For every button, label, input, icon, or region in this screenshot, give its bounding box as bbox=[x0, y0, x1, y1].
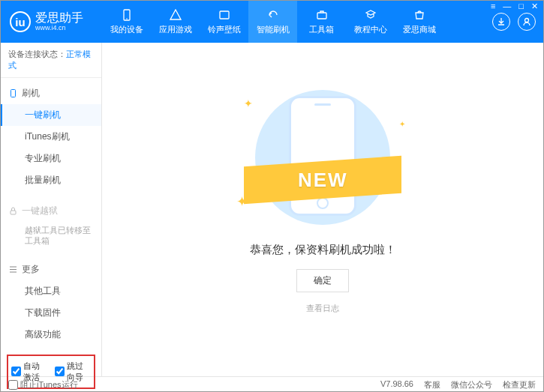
sidebar-item-advanced[interactable]: 高级功能 bbox=[1, 324, 101, 346]
apps-icon bbox=[169, 8, 182, 22]
close-btn[interactable]: ✕ bbox=[530, 1, 539, 11]
view-log-link[interactable]: 查看日志 bbox=[306, 303, 339, 314]
sidebar-head-jailbreak: 一键越狱 bbox=[1, 200, 101, 222]
sidebar-item-oneclick-flash[interactable]: 一键刷机 bbox=[1, 104, 101, 126]
settings-sys-btn[interactable]: ≡ bbox=[489, 1, 497, 11]
menu-icon bbox=[8, 265, 17, 274]
svg-rect-3 bbox=[317, 13, 326, 19]
nav-label: 铃声壁纸 bbox=[208, 24, 241, 35]
phone-icon bbox=[8, 89, 17, 98]
check-update-link[interactable]: 检查更新 bbox=[503, 379, 536, 391]
maximize-btn[interactable]: □ bbox=[517, 1, 525, 11]
sidebar-item-download-fw[interactable]: 下载固件 bbox=[1, 302, 101, 324]
nav-apps[interactable]: 应用游戏 bbox=[151, 1, 200, 43]
svg-point-4 bbox=[525, 19, 529, 22]
sidebar: 设备连接状态：正常模式 刷机 一键刷机 iTunes刷机 专业刷机 批量刷机 一… bbox=[1, 43, 102, 376]
flash-icon bbox=[266, 8, 280, 22]
nav-ringtone[interactable]: 铃声壁纸 bbox=[200, 1, 248, 43]
customer-service-link[interactable]: 客服 bbox=[424, 379, 440, 391]
account-button[interactable] bbox=[518, 13, 536, 31]
svg-rect-2 bbox=[220, 11, 229, 19]
success-message: 恭喜您，保资料刷机成功啦！ bbox=[250, 243, 396, 257]
sidebar-item-other-tools[interactable]: 其他工具 bbox=[1, 280, 101, 302]
tutorial-icon bbox=[364, 8, 377, 22]
logo-icon: iu bbox=[10, 11, 31, 32]
header: iu 爱思助手 www.i4.cn 我的设备 应用游戏 铃声壁纸 智能刷机 工具… bbox=[1, 1, 543, 43]
sidebar-item-pro-flash[interactable]: 专业刷机 bbox=[1, 148, 101, 169]
version-label: V7.98.66 bbox=[380, 379, 413, 391]
nav-tutorial[interactable]: 教程中心 bbox=[346, 1, 395, 43]
toolbox-icon bbox=[315, 8, 329, 22]
nav-label: 应用游戏 bbox=[159, 24, 192, 35]
nav-my-device[interactable]: 我的设备 bbox=[102, 1, 151, 43]
svg-point-1 bbox=[126, 18, 128, 19]
lock-icon bbox=[8, 207, 17, 216]
svg-rect-6 bbox=[11, 211, 16, 214]
nav-shop[interactable]: 爱思商城 bbox=[395, 1, 443, 43]
star-icon: ✦ bbox=[399, 120, 405, 128]
top-nav: 我的设备 应用游戏 铃声壁纸 智能刷机 工具箱 教程中心 爱思商城 bbox=[102, 1, 443, 43]
nav-label: 爱思商城 bbox=[403, 24, 436, 35]
shop-icon bbox=[413, 8, 426, 22]
svg-rect-5 bbox=[11, 90, 15, 97]
sidebar-head-more[interactable]: 更多 bbox=[1, 259, 101, 280]
connection-status: 设备连接状态：正常模式 bbox=[1, 43, 101, 78]
confirm-button[interactable]: 确定 bbox=[296, 269, 349, 292]
app-name: 爱思助手 bbox=[35, 12, 83, 24]
block-itunes-checkbox[interactable]: 阻止iTunes运行 bbox=[8, 379, 78, 391]
main-content: ✦ ✦ ✦ NEW 恭喜您，保资料刷机成功啦！ 确定 查看日志 bbox=[102, 43, 543, 376]
download-button[interactable] bbox=[492, 13, 510, 31]
ringtone-icon bbox=[218, 8, 231, 22]
nav-label: 教程中心 bbox=[354, 24, 387, 35]
nav-flash[interactable]: 智能刷机 bbox=[248, 1, 297, 43]
logo-area: iu 爱思助手 www.i4.cn bbox=[1, 11, 102, 32]
star-icon: ✦ bbox=[244, 97, 253, 109]
sidebar-item-batch-flash[interactable]: 批量刷机 bbox=[1, 169, 101, 191]
success-illustration: ✦ ✦ ✦ NEW bbox=[236, 90, 409, 225]
nav-label: 工具箱 bbox=[309, 24, 334, 35]
nav-toolbox[interactable]: 工具箱 bbox=[297, 1, 346, 43]
jailbreak-note: 越狱工具已转移至工具箱 bbox=[1, 222, 101, 250]
wechat-link[interactable]: 微信公众号 bbox=[451, 379, 492, 391]
minimize-btn[interactable]: — bbox=[501, 1, 512, 11]
app-url: www.i4.cn bbox=[35, 24, 83, 31]
sidebar-head-flash[interactable]: 刷机 bbox=[1, 82, 101, 104]
device-icon bbox=[120, 8, 134, 22]
nav-label: 我的设备 bbox=[110, 24, 143, 35]
sidebar-item-itunes-flash[interactable]: iTunes刷机 bbox=[1, 126, 101, 148]
nav-label: 智能刷机 bbox=[257, 24, 290, 35]
